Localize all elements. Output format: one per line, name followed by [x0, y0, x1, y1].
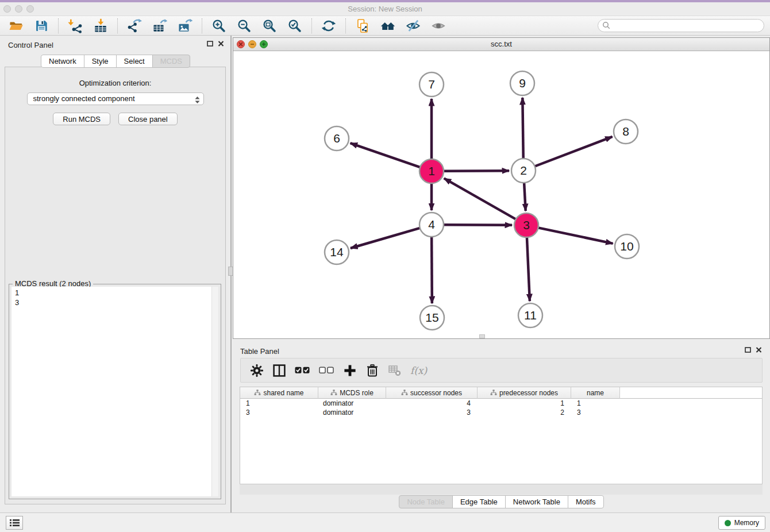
cell-mcds-role[interactable]: dominator [318, 399, 386, 407]
memory-button[interactable]: Memory [718, 516, 765, 530]
zoom-window-button[interactable] [26, 5, 34, 13]
show-all-button[interactable] [430, 17, 447, 34]
tab-node-table[interactable]: Node Table [399, 495, 453, 508]
tab-network[interactable]: Network [41, 55, 84, 68]
graph-node-4[interactable]: 4 [419, 213, 444, 237]
result-scrollbar[interactable] [211, 287, 218, 496]
task-history-button[interactable] [6, 516, 23, 530]
graph-edge-1-2[interactable] [444, 171, 509, 171]
delete-rows-button[interactable] [365, 364, 379, 377]
graph-node-7[interactable]: 7 [419, 72, 444, 97]
cell-mcds-role[interactable]: dominator [318, 408, 386, 417]
minimize-window-button[interactable] [15, 5, 22, 13]
column-header-shared-name[interactable]: shared name [240, 387, 318, 399]
graph-edge-3-1[interactable] [444, 178, 516, 219]
canvas-resize-grip[interactable] [479, 334, 485, 338]
float-panel-icon[interactable] [207, 41, 213, 47]
column-header-successor-nodes[interactable]: successor nodes [386, 387, 478, 399]
graph-edge-1-6[interactable] [351, 143, 421, 167]
zoom-fit-button[interactable] [261, 17, 278, 34]
open-session-button[interactable] [7, 17, 25, 34]
column-header-predecessor-nodes[interactable]: predecessor nodes [478, 387, 571, 399]
table-panel-tabs: Node Table Edge Table Network Table Moti… [233, 495, 770, 508]
graph-node-15[interactable]: 15 [420, 306, 444, 330]
graph-edge-2-3[interactable] [524, 183, 526, 211]
tab-style[interactable]: Style [84, 55, 117, 68]
network-canvas[interactable]: 1234678910111415 [233, 51, 769, 338]
cell-predecessor-nodes[interactable]: 1 [478, 399, 571, 407]
hide-selected-button[interactable] [405, 17, 422, 34]
graph-node-8[interactable]: 8 [614, 119, 638, 144]
save-session-button[interactable] [33, 17, 50, 34]
cell-shared-name[interactable]: 1 [240, 399, 318, 407]
table-horizontal-scrollbar[interactable] [240, 484, 763, 495]
cell-name[interactable]: 1 [571, 399, 620, 407]
clone-network-button[interactable] [354, 17, 371, 34]
graph-edge-3-10[interactable] [538, 228, 613, 243]
select-all-rows-button[interactable] [295, 366, 310, 375]
chevron-updown-icon [195, 95, 200, 107]
column-label: MCDS role [340, 389, 374, 397]
tab-select[interactable]: Select [116, 55, 153, 68]
graph-node-11[interactable]: 11 [518, 303, 542, 327]
zoom-out-button[interactable] [236, 17, 253, 34]
add-row-button[interactable] [343, 364, 357, 377]
close-panel-icon[interactable] [218, 41, 224, 47]
graph-edge-4-3[interactable] [444, 225, 512, 225]
import-table-button[interactable] [92, 17, 109, 34]
save-floppy-icon [34, 18, 49, 33]
export-network-button[interactable] [126, 17, 143, 34]
tab-motifs[interactable]: Motifs [568, 495, 604, 508]
graph-edge-2-9[interactable] [522, 98, 523, 159]
graph-edge-4-15[interactable] [432, 237, 432, 303]
run-mcds-button[interactable]: Run MCDS [53, 113, 110, 125]
table-row[interactable]: 3 dominator 3 2 3 [240, 408, 762, 417]
network-view-window: scc.txt 1234678910111415 [233, 37, 770, 339]
home-houses-icon [380, 18, 395, 33]
tab-edge-table[interactable]: Edge Table [452, 495, 506, 508]
close-table-panel-icon[interactable] [756, 347, 762, 353]
graph-edge-2-8[interactable] [535, 137, 613, 167]
graph-node-2[interactable]: 2 [511, 159, 536, 183]
graph-node-6[interactable]: 6 [325, 126, 349, 151]
close-panel-button[interactable]: Close panel [118, 113, 178, 125]
graph-node-label: 1 [428, 164, 435, 178]
graph-node-3[interactable]: 3 [514, 213, 538, 237]
tab-mcds[interactable]: MCDS [152, 55, 190, 68]
network-minimize-button[interactable] [248, 40, 256, 48]
gear-icon [250, 364, 264, 377]
graph-node-1[interactable]: 1 [419, 159, 444, 183]
cell-successor-nodes[interactable]: 3 [386, 408, 478, 417]
cell-successor-nodes[interactable]: 4 [386, 399, 478, 407]
column-settings-button[interactable] [250, 364, 264, 377]
import-network-button[interactable] [67, 17, 84, 34]
cell-shared-name[interactable]: 3 [240, 408, 318, 417]
export-table-button[interactable] [151, 17, 168, 34]
float-table-panel-icon[interactable] [745, 347, 751, 353]
cell-predecessor-nodes[interactable]: 2 [478, 408, 571, 417]
export-image-button[interactable] [176, 17, 194, 34]
column-header-name[interactable]: name [571, 387, 620, 399]
mcds-result-list[interactable]: 1 3 [11, 287, 218, 496]
graph-edge-3-11[interactable] [527, 237, 530, 301]
table-row[interactable]: 1 dominator 4 1 1 [240, 399, 762, 408]
network-close-button[interactable] [237, 40, 245, 48]
split-table-button[interactable] [272, 364, 286, 377]
graph-node-14[interactable]: 14 [325, 240, 349, 264]
cell-name[interactable]: 3 [571, 408, 620, 417]
first-neighbors-button[interactable] [379, 17, 396, 34]
criterion-dropdown[interactable]: strongly connected component [27, 92, 204, 105]
column-header-mcds-role[interactable]: MCDS role [318, 387, 386, 399]
refresh-button[interactable] [320, 17, 337, 34]
close-window-button[interactable] [3, 5, 11, 13]
zoom-in-button[interactable] [210, 17, 228, 34]
network-maximize-button[interactable] [260, 40, 268, 48]
search-input[interactable] [598, 19, 764, 32]
graph-edge-4-14[interactable] [351, 228, 420, 248]
deselect-all-rows-button[interactable] [319, 366, 334, 375]
graph-node-10[interactable]: 10 [615, 234, 639, 259]
zoom-in-icon [211, 18, 226, 33]
graph-node-9[interactable]: 9 [510, 71, 534, 95]
zoom-selected-button[interactable] [286, 17, 303, 34]
tab-network-table[interactable]: Network Table [505, 495, 568, 508]
